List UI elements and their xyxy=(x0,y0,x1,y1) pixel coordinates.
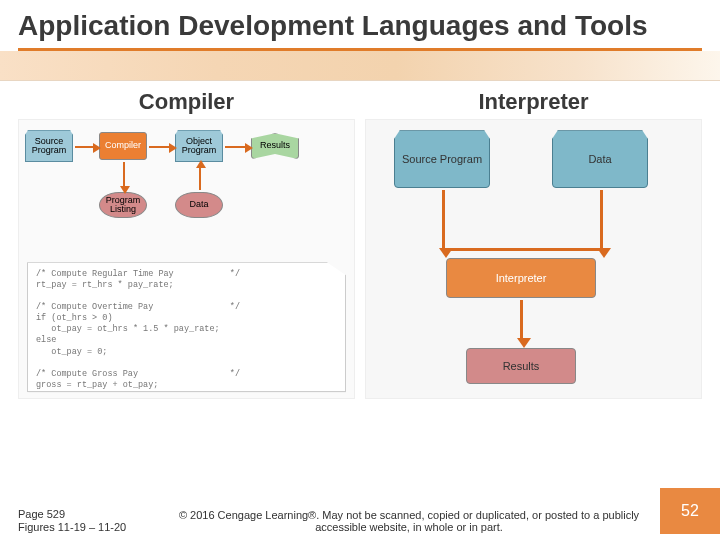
node-data: Data xyxy=(175,192,223,218)
node-int-source-program: Source Program xyxy=(394,130,490,188)
node-results: Results xyxy=(251,133,299,159)
arrow xyxy=(600,190,603,250)
interpreter-column: Interpreter Source Program Data Interpre… xyxy=(365,89,702,399)
gradient-band xyxy=(0,51,720,81)
content-area: Compiler Source Program Compiler Object … xyxy=(0,81,720,399)
arrow xyxy=(520,300,523,340)
page-number-ref: Page 529 xyxy=(18,508,158,521)
footer: Page 529 Figures 11-19 – 11-20 © 2016 Ce… xyxy=(0,482,720,540)
page-title: Application Development Languages and To… xyxy=(18,10,702,42)
arrow xyxy=(75,146,95,148)
figure-ref: Figures 11-19 – 11-20 xyxy=(18,521,158,534)
arrow xyxy=(123,162,125,188)
node-program-listing: Program Listing xyxy=(99,192,147,218)
arrow xyxy=(442,190,445,250)
arrow-join xyxy=(442,248,600,251)
node-source-program: Source Program xyxy=(25,130,73,162)
node-int-results: Results xyxy=(466,348,576,384)
slide-number-badge: 52 xyxy=(660,488,720,534)
code-listing: /* Compute Regular Time Pay */ rt_pay = … xyxy=(27,262,346,392)
page-reference: Page 529 Figures 11-19 – 11-20 xyxy=(18,508,158,534)
compiler-column: Compiler Source Program Compiler Object … xyxy=(18,89,355,399)
node-compiler: Compiler xyxy=(99,132,147,160)
compiler-heading: Compiler xyxy=(18,89,355,115)
node-int-data: Data xyxy=(552,130,648,188)
node-interpreter: Interpreter xyxy=(446,258,596,298)
arrow xyxy=(225,146,247,148)
interpreter-diagram: Source Program Data Interpreter Results xyxy=(365,119,702,399)
arrow xyxy=(199,166,201,190)
compiler-diagram: Source Program Compiler Object Program R… xyxy=(18,119,355,399)
arrow xyxy=(149,146,171,148)
node-object-program: Object Program xyxy=(175,130,223,162)
interpreter-heading: Interpreter xyxy=(365,89,702,115)
copyright-text: © 2016 Cengage Learning®. May not be sca… xyxy=(158,509,660,534)
